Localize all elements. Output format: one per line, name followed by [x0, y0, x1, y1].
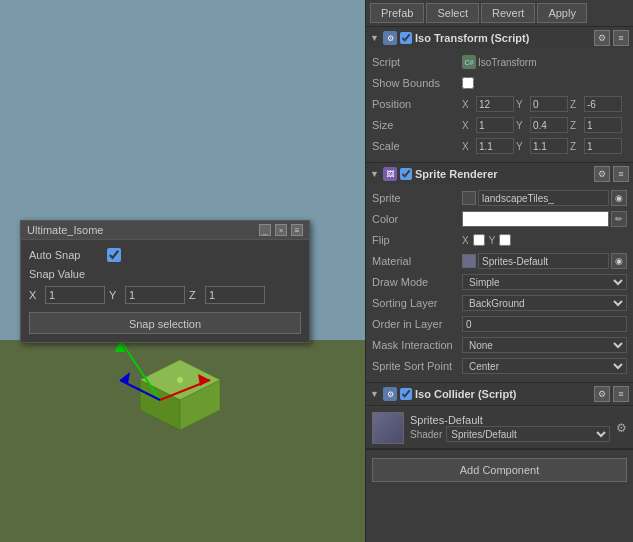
order-in-layer-input[interactable]: [462, 316, 627, 332]
iso-collider-section: ▼ ⚙ Iso Collider (Script) ⚙ ≡: [366, 383, 633, 406]
size-x-input[interactable]: [476, 117, 514, 133]
size-row: Size X Y Z: [372, 116, 627, 134]
sprite-renderer-settings[interactable]: ⚙: [594, 166, 610, 182]
snap-x-input[interactable]: [45, 286, 105, 304]
sprite-select-btn[interactable]: ◉: [611, 190, 627, 206]
color-label: Color: [372, 213, 462, 225]
size-z-label: Z: [570, 120, 582, 131]
size-label: Size: [372, 119, 462, 131]
sprite-sort-select[interactable]: Center: [462, 358, 627, 374]
size-xyz: X Y Z: [462, 117, 627, 133]
script-value: IsoTransform: [478, 57, 627, 68]
sprite-thumb: [462, 191, 476, 205]
flip-label: Flip: [372, 234, 462, 246]
material-gear-icon[interactable]: ⚙: [616, 421, 627, 435]
inspector-toolbar: Prefab Select Revert Apply: [366, 0, 633, 27]
sprite-renderer-section: ▼ 🖼 Sprite Renderer ⚙ ≡ Sprite landscape…: [366, 163, 633, 383]
sprite-renderer-arrow[interactable]: ▼: [370, 169, 380, 179]
material-display-info: Sprites-Default Shader Sprites/Default: [410, 414, 610, 442]
snap-window-close[interactable]: ×: [275, 224, 287, 236]
iso-transform-title: Iso Transform (Script): [415, 32, 591, 44]
shader-label: Shader: [410, 429, 442, 440]
prefab-button[interactable]: Prefab: [370, 3, 424, 23]
scale-y-input[interactable]: [530, 138, 568, 154]
sprite-sort-row: Sprite Sort Point Center: [372, 357, 627, 375]
sorting-layer-select[interactable]: BackGround: [462, 295, 627, 311]
sprite-renderer-body: Sprite landscapeTiles_ ◉ Color ✏: [366, 185, 633, 382]
flip-group: X Y: [462, 234, 511, 246]
color-picker-btn[interactable]: ✏: [611, 211, 627, 227]
sprite-value: landscapeTiles_: [478, 190, 609, 206]
pos-x-label: X: [462, 99, 474, 110]
scale-z-input[interactable]: [584, 138, 622, 154]
sorting-layer-label: Sorting Layer: [372, 297, 462, 309]
iso-collider-title: Iso Collider (Script): [415, 388, 591, 400]
flip-x-checkbox[interactable]: [473, 234, 485, 246]
mask-interaction-row: Mask Interaction None: [372, 336, 627, 354]
snap-window: Ultimate_Isome _ × ≡ Auto Snap Snap Valu…: [20, 220, 310, 343]
snap-value-label-row: Snap Value: [29, 268, 301, 280]
size-y-input[interactable]: [530, 117, 568, 133]
snap-window-menu[interactable]: ≡: [291, 224, 303, 236]
snap-y-input[interactable]: [125, 286, 185, 304]
scale-x-label: X: [462, 141, 474, 152]
add-component-button[interactable]: Add Component: [372, 458, 627, 482]
iso-collider-settings[interactable]: ⚙: [594, 386, 610, 402]
material-display-name: Sprites-Default: [410, 414, 610, 426]
iso-collider-arrow[interactable]: ▼: [370, 389, 380, 399]
iso-transform-icon: ⚙: [383, 31, 397, 45]
size-y-label: Y: [516, 120, 528, 131]
snap-window-controls: _ × ≡: [259, 224, 303, 236]
auto-snap-checkbox[interactable]: [107, 248, 121, 262]
iso-transform-arrow[interactable]: ▼: [370, 33, 380, 43]
select-button[interactable]: Select: [426, 3, 479, 23]
revert-button[interactable]: Revert: [481, 3, 535, 23]
material-thumb: [462, 254, 476, 268]
show-bounds-checkbox[interactable]: [462, 77, 474, 89]
sprite-renderer-menu[interactable]: ≡: [613, 166, 629, 182]
apply-button[interactable]: Apply: [537, 3, 587, 23]
snap-z-input[interactable]: [205, 286, 265, 304]
draw-mode-label: Draw Mode: [372, 276, 462, 288]
snap-y-label: Y: [109, 289, 121, 301]
script-label: Script: [372, 56, 462, 68]
iso-transform-section: ▼ ⚙ Iso Transform (Script) ⚙ ≡ Script C#…: [366, 27, 633, 163]
pos-z-input[interactable]: [584, 96, 622, 112]
sprite-renderer-enabled[interactable]: [400, 168, 412, 180]
script-icon: C#: [462, 55, 476, 69]
position-row: Position X Y Z: [372, 95, 627, 113]
script-row: Script C# IsoTransform: [372, 53, 627, 71]
iso-collider-enabled[interactable]: [400, 388, 412, 400]
flip-y-checkbox[interactable]: [499, 234, 511, 246]
pos-x-input[interactable]: [476, 96, 514, 112]
iso-collider-menu[interactable]: ≡: [613, 386, 629, 402]
sorting-layer-row: Sorting Layer BackGround: [372, 294, 627, 312]
iso-transform-settings[interactable]: ⚙: [594, 30, 610, 46]
shader-select[interactable]: Sprites/Default: [446, 426, 610, 442]
iso-transform-menu[interactable]: ≡: [613, 30, 629, 46]
draw-mode-select[interactable]: Simple: [462, 274, 627, 290]
iso-transform-body: Script C# IsoTransform Show Bounds Posit…: [366, 49, 633, 162]
iso-transform-enabled[interactable]: [400, 32, 412, 44]
material-value: Sprites-Default: [478, 253, 609, 269]
material-shader-row: Shader Sprites/Default: [410, 426, 610, 442]
pos-z-label: Z: [570, 99, 582, 110]
scale-label: Scale: [372, 140, 462, 152]
snap-window-minimize[interactable]: _: [259, 224, 271, 236]
material-select-btn[interactable]: ◉: [611, 253, 627, 269]
flip-y-label: Y: [489, 235, 496, 246]
snap-value-label: Snap Value: [29, 268, 99, 280]
pos-y-input[interactable]: [530, 96, 568, 112]
sprite-field: landscapeTiles_ ◉: [462, 190, 627, 206]
scale-x-input[interactable]: [476, 138, 514, 154]
size-z-input[interactable]: [584, 117, 622, 133]
script-field: C# IsoTransform: [462, 55, 627, 69]
color-field: ✏: [462, 211, 627, 227]
mask-interaction-select[interactable]: None: [462, 337, 627, 353]
order-in-layer-label: Order in Layer: [372, 318, 462, 330]
color-swatch[interactable]: [462, 211, 609, 227]
material-display-thumb: [372, 412, 404, 444]
flip-x-label: X: [462, 235, 469, 246]
pos-y-label: Y: [516, 99, 528, 110]
snap-selection-button[interactable]: Snap selection: [29, 312, 301, 334]
